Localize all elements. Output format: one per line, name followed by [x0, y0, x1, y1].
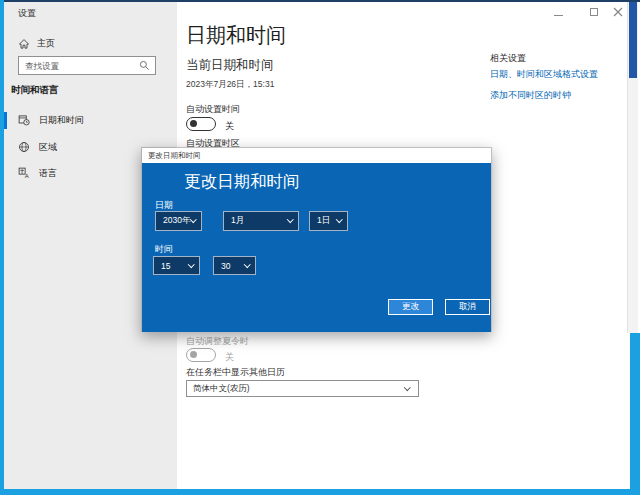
month-value: 1月 — [224, 215, 288, 227]
region-icon — [18, 141, 30, 153]
toggle-knob — [190, 120, 197, 127]
close-button[interactable] — [611, 6, 625, 18]
chevron-down-icon — [188, 261, 194, 267]
sidebar-section-title: 时间和语言 — [11, 84, 59, 97]
dst-label: 自动调整夏令时 — [186, 335, 249, 348]
chevron-down-icon — [190, 216, 196, 222]
highlight-frame-left — [0, 0, 4, 495]
sidebar-item-language[interactable]: A 语言 — [18, 163, 57, 183]
change-button[interactable]: 更改 — [388, 299, 433, 315]
dst-toggle[interactable] — [186, 348, 216, 362]
settings-window: 设置 主页 时间和语言 — [0, 0, 640, 495]
sidebar-item-region[interactable]: 区域 — [18, 137, 57, 157]
dialog-titlebar-text: 更改日期和时间 — [142, 151, 201, 161]
cancel-button[interactable]: 取消 — [445, 299, 490, 315]
minute-dropdown[interactable]: 30 — [213, 256, 256, 275]
chevron-down-icon — [336, 216, 342, 222]
search-icon — [139, 60, 150, 71]
sidebar-item-label: 区域 — [39, 141, 57, 154]
auto-time-state: 关 — [225, 120, 234, 133]
calendar-select[interactable]: 简体中文(农历) — [186, 380, 419, 397]
highlight-frame-top — [0, 0, 640, 2]
minimize-icon — [554, 15, 563, 16]
time-label: 时间 — [155, 243, 173, 256]
dialog-body: 更改日期和时间 日期 2030年 1月 1日 时间 15 30 — [142, 163, 491, 332]
home-icon — [18, 38, 30, 50]
page-title: 日期和时间 — [186, 22, 286, 49]
sidebar-home-label: 主页 — [37, 37, 55, 50]
calendar-select-value: 简体中文(农历) — [187, 383, 405, 395]
chevron-down-icon — [287, 216, 293, 222]
toggle-knob — [190, 351, 197, 358]
month-dropdown[interactable]: 1月 — [223, 211, 299, 231]
maximize-button[interactable] — [587, 6, 601, 18]
maximize-icon — [590, 8, 598, 16]
minimize-button[interactable] — [551, 6, 565, 18]
chevron-down-icon — [244, 261, 250, 267]
sidebar-item-label: 语言 — [39, 167, 57, 180]
svg-text:A: A — [25, 173, 29, 179]
auto-time-label: 自动设置时间 — [186, 103, 240, 116]
related-link-clocks[interactable]: 添加不同时区的时钟 — [490, 89, 571, 102]
dialog-titlebar[interactable]: 更改日期和时间 — [142, 148, 491, 163]
year-dropdown[interactable]: 2030年 — [155, 211, 202, 231]
scrollbar-thumb[interactable] — [629, 2, 637, 78]
highlight-frame-bottom — [0, 489, 640, 495]
hour-value: 15 — [154, 261, 189, 271]
window-title: 设置 — [18, 7, 36, 20]
current-datetime-value: 2023年7月26日，15:31 — [186, 79, 274, 91]
selected-item-accent — [4, 112, 7, 129]
sidebar-item-date-time[interactable]: 日期和时间 — [18, 110, 84, 130]
calendar-label: 在任务栏中显示其他日历 — [186, 366, 285, 379]
change-datetime-dialog: 更改日期和时间 更改日期和时间 日期 2030年 1月 1日 时间 15 — [141, 147, 492, 332]
chevron-down-icon — [404, 384, 410, 390]
dst-state: 关 — [225, 351, 234, 364]
year-value: 2030年 — [156, 215, 191, 227]
dialog-heading: 更改日期和时间 — [184, 171, 300, 193]
day-value: 1日 — [310, 215, 337, 227]
search-input[interactable] — [19, 61, 139, 71]
minute-value: 30 — [214, 261, 245, 271]
current-datetime-heading: 当前日期和时间 — [186, 57, 274, 74]
close-icon — [613, 7, 623, 17]
settings-search[interactable] — [18, 56, 156, 75]
related-link-formats[interactable]: 日期、时间和区域格式设置 — [490, 68, 598, 81]
sidebar-item-home[interactable]: 主页 — [18, 37, 55, 50]
day-dropdown[interactable]: 1日 — [309, 211, 348, 231]
highlight-frame-right — [630, 333, 640, 495]
hour-dropdown[interactable]: 15 — [153, 256, 200, 275]
related-settings-heading: 相关设置 — [490, 52, 526, 65]
sidebar-item-label: 日期和时间 — [39, 114, 84, 127]
auto-time-toggle[interactable] — [186, 117, 216, 131]
date-time-icon — [18, 114, 30, 126]
language-icon: A — [18, 167, 30, 179]
